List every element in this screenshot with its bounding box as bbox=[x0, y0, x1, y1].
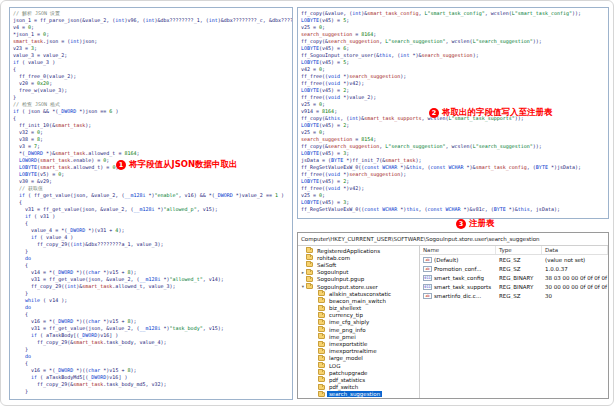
reg-binary-icon: 011 bbox=[423, 284, 432, 290]
code-line: { bbox=[13, 199, 289, 206]
code-line: ff_copy_29((int)&smart_task.allowed_t, v… bbox=[13, 283, 289, 290]
registry-tree-item[interactable]: imexportrealtime bbox=[298, 348, 419, 355]
code-line: { bbox=[13, 262, 289, 269]
column-header-type[interactable]: Type bbox=[496, 246, 542, 254]
annotation-1-text: 将字段值从JSON数据中取出 bbox=[129, 159, 238, 171]
registry-value-row[interactable]: absmartinfo_dic.c...REG_SZ30 bbox=[420, 291, 608, 300]
code-line: v31 = ff_get_value(json, &value_2, (__m1… bbox=[13, 206, 289, 213]
code-line: search_suggestion = 8154; bbox=[301, 136, 605, 143]
annotation-2-number-icon: 2 bbox=[429, 108, 439, 118]
folder-icon bbox=[318, 313, 325, 318]
code-line: *json_1 = 0; bbox=[13, 31, 289, 38]
code-line: ff_init_10(&smart_task); bbox=[13, 122, 289, 129]
registry-tree-item[interactable]: currency_tip bbox=[298, 312, 419, 319]
code-line: } bbox=[13, 290, 289, 297]
value-name: smart_task_config bbox=[434, 275, 484, 281]
code-line: ff_free((void *)v42); bbox=[301, 80, 605, 87]
code-line: v16 = *(_DWORD *)((char *)v15 + 8); bbox=[13, 367, 289, 374]
folder-icon bbox=[318, 291, 325, 296]
folder-icon bbox=[318, 298, 325, 303]
code-line: // 解析 JSON 设置 bbox=[13, 10, 289, 17]
folder-icon bbox=[306, 262, 313, 267]
registry-tree-item[interactable]: ▸SogouInput bbox=[298, 269, 419, 276]
registry-tree-item[interactable]: allskin_statusconstatic bbox=[298, 290, 419, 297]
registry-tree-item[interactable]: ime_png_info bbox=[298, 326, 419, 333]
value-name: (Default) bbox=[434, 257, 458, 263]
value-data: 30 00 00 00 0f 0f 0f 0f 0f 0f 0f 0f 0f 0… bbox=[542, 284, 608, 290]
annotation-3-text: 注册表 bbox=[469, 218, 495, 230]
registry-key-label: pdf_statistics bbox=[327, 377, 367, 383]
registry-tree-item[interactable]: ime_pmei bbox=[298, 333, 419, 340]
folder-icon bbox=[318, 320, 325, 325]
registry-tree-item[interactable]: large_model bbox=[298, 355, 419, 362]
registry-tree-item[interactable]: biz_shellext bbox=[298, 305, 419, 312]
registry-key-label: LOG bbox=[327, 363, 342, 369]
code-line: ff_free_0(value_2); bbox=[13, 73, 289, 80]
annotation-2-text: 将取出的字段值写入至注册表 bbox=[442, 107, 553, 119]
code-line: { bbox=[13, 311, 289, 318]
code-line: if ( ff_get_value(json, &value_2, (__m12… bbox=[13, 192, 289, 199]
registry-tree-item[interactable]: SogouInput.pgup bbox=[298, 276, 419, 283]
reg-sz-icon: ab bbox=[423, 293, 432, 299]
pseudocode-left: // 解析 JSON 设置json_1 = ff_parse_json(&val… bbox=[10, 8, 292, 397]
reg-binary-icon: 011 bbox=[423, 275, 432, 281]
code-line: jsData = (BYTE *)ff_init_7(&smart_task); bbox=[301, 157, 605, 164]
column-header-name[interactable]: Name bbox=[420, 246, 496, 254]
folder-icon bbox=[318, 377, 325, 382]
column-header-data[interactable]: Data bbox=[542, 246, 608, 254]
code-line: ff_free((void *)v42); bbox=[301, 185, 605, 192]
code-line: ff_copy(&search_suggestion, L"search_sug… bbox=[301, 38, 605, 45]
code-line: LOBYTE(v45) = 3; bbox=[301, 150, 605, 157]
value-data: 38 03 00 00 0f 0f 0f 0f 0f 3b 02 00 00 0… bbox=[542, 275, 608, 281]
registry-tree-item[interactable]: pdf_switch bbox=[298, 384, 419, 391]
registry-tree-item[interactable]: RegisteredApplications bbox=[298, 247, 419, 254]
folder-icon bbox=[318, 363, 325, 368]
code-line: v3 = 7; bbox=[13, 143, 289, 150]
registry-tree-item[interactable]: pdf_statistics bbox=[298, 376, 419, 383]
folder-icon bbox=[306, 277, 313, 282]
registry-value-row[interactable]: abPromotion_conf...REG_SZ1.0.0.37 bbox=[420, 264, 608, 273]
value-type: REG_BINARY bbox=[496, 284, 542, 290]
folder-icon bbox=[318, 385, 325, 390]
registry-column-headers: Name Type Data bbox=[420, 246, 608, 255]
value-data: 1.0.0.37 bbox=[542, 266, 608, 272]
annotation-1-number-icon: 1 bbox=[116, 160, 126, 170]
registry-value-row[interactable]: ab(Default)REG_SZ(value not set) bbox=[420, 255, 608, 264]
folder-icon bbox=[318, 356, 325, 361]
registry-tree-item[interactable]: rohitab.com bbox=[298, 254, 419, 261]
registry-key-label: large_model bbox=[327, 355, 365, 361]
code-line: LOBYTE(v45) = 3; bbox=[301, 199, 605, 206]
registry-key-label: RegisteredApplications bbox=[315, 248, 382, 254]
registry-tree-item[interactable]: imexportstitle bbox=[298, 340, 419, 347]
code-line: ff_copy(&value, (int)&smart_task_config,… bbox=[301, 10, 605, 17]
value-type: REG_SZ bbox=[496, 266, 542, 272]
registry-value-row[interactable]: 011smart_task_configREG_BINARY38 03 00 0… bbox=[420, 273, 608, 282]
code-line: { bbox=[13, 115, 289, 122]
registry-tree-item[interactable]: ime_cfg_shiply bbox=[298, 319, 419, 326]
annotation-extract-from-json: 1 将字段值从JSON数据中取出 bbox=[116, 159, 238, 171]
registry-key-label: beacon_main_switch bbox=[327, 298, 388, 304]
registry-address-bar[interactable]: Computer\HKEY_CURRENT_USER\SOFTWARE\Sogo… bbox=[298, 233, 608, 246]
registry-key-label: imexportrealtime bbox=[327, 348, 379, 354]
registry-tree-item[interactable]: patchupgrade bbox=[298, 369, 419, 376]
code-line: LOBYTE(v45) = 5; bbox=[301, 17, 605, 24]
folder-icon bbox=[318, 306, 325, 311]
code-line: if ( value_4 ) bbox=[13, 234, 289, 241]
registry-tree-item[interactable]: search_suggestion bbox=[298, 391, 419, 398]
registry-key-label: rohitab.com bbox=[315, 255, 352, 261]
folder-icon bbox=[318, 392, 325, 397]
registry-key-label: ime_cfg_shiply bbox=[327, 319, 371, 325]
code-line: smart_task.json = (int)json; bbox=[13, 38, 289, 45]
registry-tree-item[interactable]: beacon_main_switch bbox=[298, 297, 419, 304]
registry-tree-item[interactable]: LOG bbox=[298, 362, 419, 369]
registry-tree-item[interactable]: SaiSoft bbox=[298, 261, 419, 268]
registry-key-label: SogouInput.store.user bbox=[315, 284, 380, 290]
code-line: value_4 = *(_DWORD *)(v31 + 4); bbox=[13, 227, 289, 234]
registry-value-row[interactable]: 011smart_task_supportsREG_BINARY30 00 00… bbox=[420, 282, 608, 291]
code-line: v31 = ff_get_value(json, &value_2, (__m1… bbox=[13, 325, 289, 332]
code-line: v42 = 0; bbox=[301, 66, 605, 73]
code-line: ff_free((void *)value_2); bbox=[301, 94, 605, 101]
registry-tree-item[interactable]: ▾SogouInput.store.user bbox=[298, 283, 419, 290]
folder-icon bbox=[306, 255, 313, 260]
reg-sz-icon: ab bbox=[423, 266, 432, 272]
